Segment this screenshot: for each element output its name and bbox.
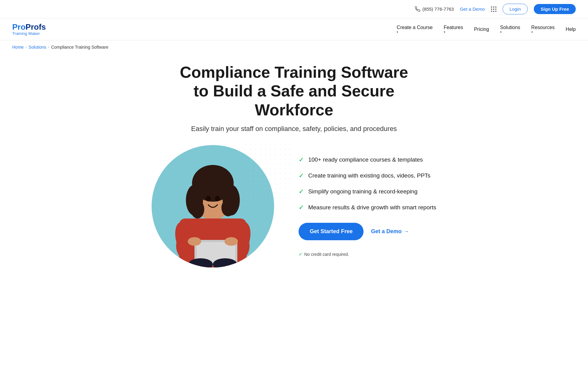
phone-number: (855) 776-7763 (415, 6, 454, 12)
breadcrumb-solutions[interactable]: Solutions (28, 45, 46, 50)
svg-point-7 (206, 196, 211, 201)
nav-item-solutions[interactable]: Solutions ▾ (500, 25, 520, 34)
main-nav: ProProfs Training Maker Create a Course … (0, 18, 588, 40)
logo-profs: Profs (25, 22, 46, 32)
check-icon-4: ✓ (299, 204, 304, 211)
chevron-down-icon: ▾ (500, 30, 520, 34)
feature-text-4: Measure results & drive growth with smar… (308, 204, 436, 211)
feature-text-3: Simplify ongoing training & record-keepi… (308, 188, 417, 195)
hero-title: Compliance Training Software to Build a … (156, 63, 432, 119)
logo-pro: Pro (12, 22, 25, 32)
svg-point-8 (215, 196, 220, 201)
nav-item-pricing[interactable]: Pricing (474, 27, 489, 32)
hero-content: ✓ 100+ ready compliance courses & templa… (80, 133, 508, 286)
nav-item-help[interactable]: Help (566, 27, 576, 32)
feature-item-2: ✓ Create training with existing docs, vi… (299, 172, 436, 179)
feature-item-1: ✓ 100+ ready compliance courses & templa… (299, 156, 436, 163)
svg-point-17 (188, 237, 201, 246)
svg-point-18 (224, 237, 238, 246)
feature-item-3: ✓ Simplify ongoing training & record-kee… (299, 188, 436, 195)
nav-pricing-label: Pricing (474, 27, 489, 32)
svg-point-6 (221, 199, 235, 216)
no-credit-card: ✓ No credit card required. (299, 252, 436, 257)
nav-links: Create a Course ▾ Features ▾ Pricing Sol… (397, 25, 576, 34)
chevron-down-icon: ▾ (444, 30, 463, 34)
get-demo-button[interactable]: Get a Demo → (371, 228, 409, 235)
grid-icon[interactable] (491, 6, 496, 12)
nav-item-features[interactable]: Features ▾ (444, 25, 463, 34)
hero-subtitle: Easily train your staff on compliance, s… (12, 125, 576, 133)
svg-point-5 (191, 200, 204, 219)
nav-features-label: Features (444, 25, 463, 30)
hero-image-wrap (152, 145, 274, 267)
login-button[interactable]: Login (503, 4, 528, 14)
signup-button[interactable]: Sign Up Free (534, 4, 576, 14)
hero-section: Compliance Training Software to Build a … (0, 54, 588, 133)
logo-subtitle: Training Maker (12, 32, 46, 36)
feature-text-1: 100+ ready compliance courses & template… (308, 156, 423, 163)
top-bar: (855) 776-7763 Get a Demo Login Sign Up … (0, 0, 588, 18)
feature-text-2: Create training with existing docs, vide… (308, 172, 430, 179)
check-icon-2: ✓ (299, 172, 304, 179)
nav-create-course-label: Create a Course (397, 25, 432, 30)
get-started-button[interactable]: Get Started Free (299, 223, 364, 240)
nav-resources-label: Resources (531, 25, 555, 30)
check-icon-nocc: ✓ (299, 252, 302, 257)
features-side: ✓ 100+ ready compliance courses & templa… (299, 156, 436, 257)
check-icon-1: ✓ (299, 156, 304, 163)
nav-item-create-course[interactable]: Create a Course ▾ (397, 25, 432, 34)
feature-item-4: ✓ Measure results & drive growth with sm… (299, 204, 436, 211)
breadcrumb-sep-2: › (48, 45, 49, 49)
cta-row: Get Started Free Get a Demo → (299, 223, 436, 240)
hero-circle (152, 145, 274, 267)
breadcrumb-current: Compliance Training Software (51, 45, 108, 50)
nav-item-resources[interactable]: Resources ▾ (531, 25, 555, 34)
arrow-icon: → (404, 228, 409, 235)
top-demo-link[interactable]: Get a Demo (460, 6, 485, 12)
breadcrumb: Home › Solutions › Compliance Training S… (0, 40, 588, 54)
check-icon-3: ✓ (299, 188, 304, 195)
breadcrumb-sep-1: › (25, 45, 27, 49)
chevron-down-icon: ▾ (397, 30, 432, 34)
breadcrumb-home[interactable]: Home (12, 45, 24, 50)
hero-person-image (161, 151, 265, 267)
logo[interactable]: ProProfs Training Maker (12, 23, 46, 36)
nav-help-label: Help (566, 27, 576, 32)
chevron-down-icon: ▾ (531, 30, 555, 34)
nav-solutions-label: Solutions (500, 25, 520, 30)
phone-icon (415, 6, 420, 12)
